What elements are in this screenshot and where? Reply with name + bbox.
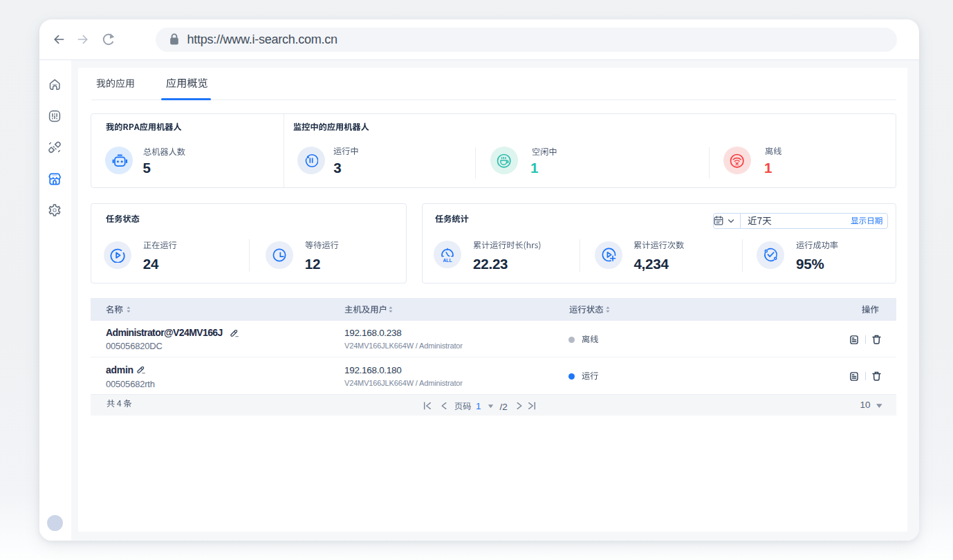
svg-text:ALL: ALL [443,258,452,263]
